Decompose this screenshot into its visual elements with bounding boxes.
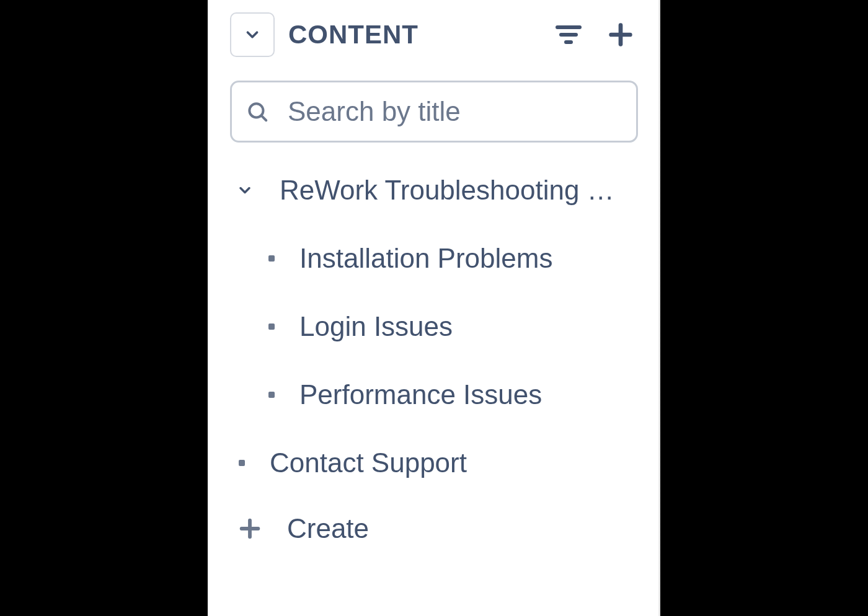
chevron-down-icon[interactable] — [230, 182, 260, 199]
panel-title: CONTENT — [288, 20, 538, 50]
bullet-icon — [268, 255, 275, 262]
create-label: Create — [287, 513, 369, 544]
bullet-icon — [268, 392, 275, 398]
header-actions — [551, 17, 638, 52]
search-icon — [246, 100, 269, 123]
bullet-icon — [239, 460, 245, 466]
content-panel: CONTENT — [208, 0, 660, 616]
plus-icon — [235, 514, 265, 543]
collapse-section-button[interactable] — [230, 12, 275, 57]
tree-item-label: ReWork Troubleshooting … — [280, 175, 614, 206]
bullet-icon — [268, 323, 275, 330]
create-button[interactable]: Create — [230, 513, 638, 544]
filter-button[interactable] — [551, 17, 586, 52]
tree-item[interactable]: Performance Issues — [268, 379, 638, 410]
tree-item[interactable]: Contact Support — [230, 447, 638, 478]
tree-item-root[interactable]: ReWork Troubleshooting … — [230, 175, 638, 206]
panel-header: CONTENT — [230, 12, 638, 57]
tree-item[interactable]: Login Issues — [268, 311, 638, 342]
svg-line-6 — [262, 116, 266, 120]
chevron-down-icon — [243, 25, 262, 44]
tree-item-label: Contact Support — [270, 447, 467, 478]
content-tree: ReWork Troubleshooting … Installation Pr… — [230, 175, 638, 478]
tree-item[interactable]: Installation Problems — [268, 243, 638, 274]
filter-icon — [554, 20, 583, 50]
tree-item-label: Login Issues — [299, 311, 453, 342]
tree-item-label: Performance Issues — [299, 379, 542, 410]
tree-item-label: Installation Problems — [299, 243, 552, 274]
add-button[interactable] — [603, 17, 638, 52]
tree-children: Installation Problems Login Issues Perfo… — [230, 243, 638, 410]
search-box[interactable] — [230, 81, 638, 143]
plus-icon — [606, 20, 635, 49]
search-input[interactable] — [288, 96, 622, 127]
